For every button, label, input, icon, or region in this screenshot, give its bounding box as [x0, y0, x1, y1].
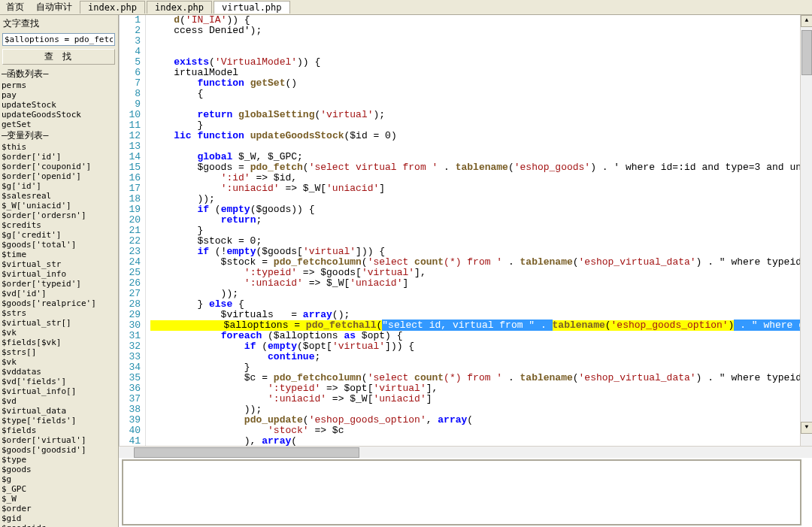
variable-item[interactable]: $g — [0, 474, 118, 484]
file-tab[interactable]: index.php — [147, 1, 212, 14]
variable-item[interactable]: $vk — [0, 328, 118, 338]
variable-item[interactable]: $virtual_data — [0, 406, 118, 416]
variable-item[interactable]: $order['openid'] — [0, 171, 118, 181]
variable-item[interactable]: $vk — [0, 357, 118, 367]
scroll-down-arrow[interactable]: ▼ — [801, 422, 812, 434]
variable-item[interactable]: $virtual_str[] — [0, 318, 118, 328]
code-line[interactable]: irtualModel — [146, 68, 812, 78]
variable-item[interactable]: $vd['id'] — [0, 289, 118, 298]
vertical-scroll-thumb[interactable] — [801, 30, 812, 75]
variable-item[interactable]: $strs — [0, 308, 118, 318]
code-line[interactable]: ':id' => $id, — [146, 173, 812, 183]
code-line[interactable]: } — [146, 362, 812, 373]
variable-item[interactable]: $goodsids — [0, 523, 118, 527]
variable-item[interactable]: $credits — [0, 220, 118, 230]
variable-item[interactable]: $goods['goodsid'] — [0, 445, 118, 455]
variable-item[interactable]: $order['couponid'] — [0, 162, 118, 171]
code-lines[interactable]: d('IN_IA')) { ccess Denied'); exists('Vi… — [146, 15, 812, 446]
code-line[interactable]: $c = pdo_fetchcolumn('select count(*) fr… — [146, 373, 812, 383]
code-line[interactable]: )); — [146, 404, 812, 415]
function-item[interactable]: updateStock — [0, 100, 118, 110]
code-line[interactable]: lic function updateGoodsStock($id = 0) — [146, 131, 812, 141]
code-line[interactable]: )); — [146, 289, 812, 299]
code-line[interactable]: $goods = pdo_fetch('select virtual from … — [146, 162, 812, 173]
menu-home[interactable]: 首页 — [0, 0, 30, 15]
code-line[interactable]: } — [146, 120, 812, 131]
variable-item[interactable]: $type['fields'] — [0, 416, 118, 426]
search-button[interactable]: 查 找 — [2, 49, 115, 65]
variable-item[interactable]: $virtual_info — [0, 269, 118, 279]
code-line[interactable]: pdo_update('eshop_goods_option', array( — [146, 415, 812, 426]
variable-item[interactable]: $fields[$vk] — [0, 338, 118, 347]
variable-item[interactable]: $g['credit'] — [0, 230, 118, 240]
variable-item[interactable]: $goods — [0, 465, 118, 474]
variable-item[interactable]: $_W — [0, 494, 118, 504]
variable-item[interactable]: $type — [0, 455, 118, 465]
variable-item[interactable]: $goods['realprice'] — [0, 298, 118, 308]
code-line[interactable]: } — [146, 226, 812, 236]
code-line[interactable]: ':uniacid' => $_W['uniacid'] — [146, 183, 812, 194]
variable-item[interactable]: $order — [0, 504, 118, 513]
code-line[interactable]: return globalSetting('virtual'); — [146, 110, 812, 120]
variable-item[interactable]: $order['ordersn'] — [0, 210, 118, 220]
file-tab[interactable]: index.php — [80, 1, 145, 14]
variable-item[interactable]: $strs[] — [0, 347, 118, 357]
menu-auto-audit[interactable]: 自动审计 — [30, 0, 78, 15]
variable-item[interactable]: $virtual_str — [0, 259, 118, 269]
variable-item[interactable]: $g['id'] — [0, 181, 118, 191]
variable-item[interactable]: $this — [0, 142, 118, 152]
code-line[interactable]: $stock = pdo_fetchcolumn('select count(*… — [146, 257, 812, 268]
function-item[interactable]: getSet — [0, 120, 118, 129]
vertical-scrollbar[interactable]: ▲ ▼ — [800, 15, 812, 446]
code-line[interactable]: foreach ($alloptions as $opt) { — [146, 331, 812, 341]
code-line[interactable]: if (!empty($goods['virtual'])) { — [146, 247, 812, 257]
code-line[interactable] — [146, 47, 812, 57]
code-line[interactable]: $stock = 0; — [146, 236, 812, 247]
code-line[interactable]: 'stock' => $c — [146, 426, 812, 436]
code-line[interactable]: ), array( — [146, 436, 812, 446]
variable-item[interactable]: $vd['fields'] — [0, 377, 118, 386]
code-line[interactable]: ':typeid' => $opt['virtual'], — [146, 383, 812, 394]
code-line[interactable]: ':uniacid' => $_W['uniacid'] — [146, 394, 812, 404]
file-tab[interactable]: virtual.php — [214, 1, 289, 14]
code-line[interactable]: if (empty($goods)) { — [146, 204, 812, 215]
code-area[interactable]: 1234567891011121314151617181920212223242… — [119, 15, 812, 446]
code-line[interactable]: if (empty($opt['virtual'])) { — [146, 341, 812, 352]
variable-item[interactable]: $fields — [0, 426, 118, 435]
code-line[interactable]: ':uniacid' => $_W['uniacid'] — [146, 278, 812, 289]
horizontal-scroll-thumb[interactable] — [134, 447, 359, 458]
variable-item[interactable]: $vd — [0, 396, 118, 406]
code-line[interactable]: continue; — [146, 352, 812, 362]
function-item[interactable]: pay — [0, 90, 118, 100]
search-input[interactable] — [2, 33, 115, 46]
code-line[interactable]: $alloptions = pdo_fetchall("select id, v… — [146, 320, 812, 331]
code-line[interactable] — [146, 99, 812, 110]
scroll-up-arrow[interactable]: ▲ — [801, 15, 812, 27]
code-line[interactable]: { — [146, 89, 812, 99]
code-line[interactable]: ccess Denied'); — [146, 26, 812, 36]
variable-item[interactable]: $_W['uniacid'] — [0, 201, 118, 210]
variable-item[interactable]: $_GPC — [0, 484, 118, 494]
variable-item[interactable]: $gid — [0, 513, 118, 523]
variable-item[interactable]: $virtual_info[] — [0, 386, 118, 396]
code-line[interactable]: d('IN_IA')) { — [146, 15, 812, 26]
code-line[interactable] — [146, 36, 812, 47]
code-line[interactable] — [146, 141, 812, 152]
variable-item[interactable]: $order['virtual'] — [0, 435, 118, 445]
variable-item[interactable]: $time — [0, 250, 118, 259]
function-item[interactable]: updateGoodsStock — [0, 110, 118, 120]
code-line[interactable]: exists('VirtualModel')) { — [146, 57, 812, 68]
code-line[interactable]: return; — [146, 215, 812, 226]
variable-item[interactable]: $salesreal — [0, 191, 118, 201]
code-line[interactable]: global $_W, $_GPC; — [146, 152, 812, 162]
function-item[interactable]: perms — [0, 80, 118, 90]
variable-item[interactable]: $order['typeid'] — [0, 279, 118, 289]
variable-item[interactable]: $goods['total'] — [0, 240, 118, 250]
code-line[interactable]: function getSet() — [146, 78, 812, 89]
code-line[interactable]: )); — [146, 194, 812, 204]
variable-item[interactable]: $vddatas — [0, 367, 118, 377]
code-line[interactable]: $virtuals = array(); — [146, 310, 812, 320]
code-line[interactable]: } else { — [146, 299, 812, 310]
variable-item[interactable]: $order['id'] — [0, 152, 118, 162]
code-line[interactable]: ':typeid' => $goods['virtual'], — [146, 268, 812, 278]
